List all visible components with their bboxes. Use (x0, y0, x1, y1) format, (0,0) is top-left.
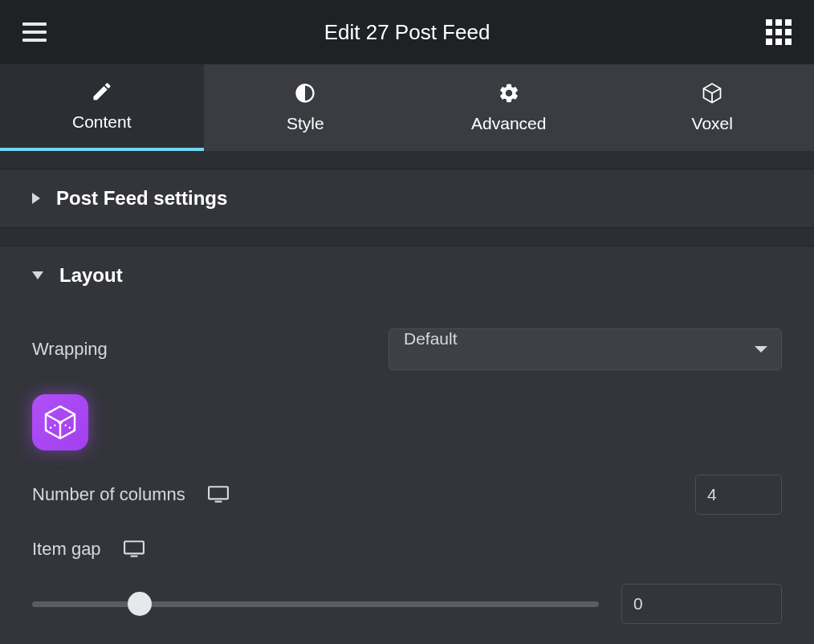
tab-content[interactable]: Content (0, 64, 204, 151)
slider-track (32, 601, 599, 607)
wrapping-select[interactable]: Default (389, 328, 782, 370)
apps-grid-icon[interactable] (766, 19, 792, 45)
columns-label: Number of columns (32, 484, 185, 505)
item-gap-input[interactable] (621, 584, 782, 624)
tab-label: Advanced (471, 114, 546, 133)
spacer (0, 151, 814, 169)
tab-style[interactable]: Style (204, 64, 408, 151)
item-gap-slider[interactable] (32, 588, 599, 620)
wrapping-label: Wrapping (32, 339, 389, 360)
tab-label: Style (287, 114, 324, 133)
tab-voxel[interactable]: Voxel (611, 64, 815, 151)
menu-icon[interactable] (22, 22, 47, 42)
tab-label: Voxel (692, 114, 733, 133)
caret-right-icon (32, 193, 40, 204)
gear-icon (498, 82, 520, 104)
section-toggle-post-feed[interactable]: Post Feed settings (0, 169, 814, 227)
svg-rect-0 (209, 487, 228, 499)
slider-thumb[interactable] (128, 592, 152, 616)
section-post-feed-settings: Post Feed settings (0, 169, 814, 228)
section-toggle-layout[interactable]: Layout (0, 247, 814, 304)
control-wrapping: Wrapping Default (32, 328, 782, 370)
cube-icon (41, 403, 79, 442)
voxel-badge[interactable] (32, 394, 88, 450)
section-layout: Layout Wrapping Default Number of column… (0, 246, 814, 644)
columns-input[interactable] (695, 475, 782, 515)
section-title: Post Feed settings (56, 187, 227, 210)
cube-icon (701, 82, 723, 104)
svg-rect-3 (130, 556, 137, 557)
pencil-icon (91, 80, 113, 103)
contrast-icon (294, 82, 316, 104)
wrapping-select-wrapper: Default (389, 328, 782, 370)
item-gap-label: Item gap (32, 539, 101, 560)
tab-advanced[interactable]: Advanced (407, 64, 611, 151)
editor-header: Edit 27 Post Feed (0, 0, 814, 64)
spacer (0, 228, 814, 246)
page-title: Edit 27 Post Feed (324, 20, 490, 45)
control-columns: Number of columns (32, 475, 782, 515)
item-gap-slider-row (32, 584, 782, 624)
desktop-icon[interactable] (208, 486, 229, 503)
desktop-icon[interactable] (124, 540, 144, 558)
editor-tabs: Content Style Advanced Voxel (0, 64, 814, 151)
layout-controls: Wrapping Default Number of columns (0, 304, 814, 644)
svg-rect-1 (214, 501, 222, 503)
control-item-gap: Item gap (32, 539, 782, 560)
caret-down-icon (32, 271, 43, 279)
section-title: Layout (59, 264, 123, 287)
tab-label: Content (72, 112, 132, 132)
svg-rect-2 (124, 541, 144, 553)
